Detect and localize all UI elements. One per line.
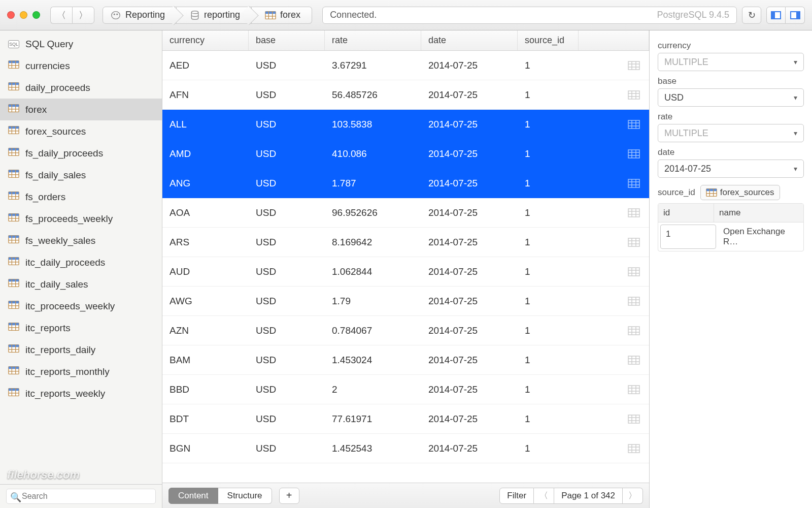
cell-source: 1 (518, 404, 579, 433)
prev-page-button[interactable]: 〈 (534, 488, 554, 504)
row-detail-icon[interactable] (579, 169, 649, 198)
inspector-base-label: base (658, 76, 804, 86)
sidebar-item-currencies[interactable]: currencies (0, 55, 162, 77)
sidebar-item-fs_daily_sales[interactable]: fs_daily_sales (0, 164, 162, 186)
table-row[interactable]: ARS USD 8.169642 2014-07-25 1 (162, 228, 649, 257)
breadcrumb-server[interactable]: Reporting (103, 7, 177, 24)
cell-source: 1 (518, 198, 579, 227)
table-row[interactable]: AWG USD 1.79 2014-07-25 1 (162, 287, 649, 316)
inspector-base-select[interactable]: USD ▾ (658, 88, 804, 107)
toggle-right-panel-button[interactable] (786, 7, 805, 24)
cell-base: USD (249, 375, 325, 404)
tab-structure[interactable]: Structure (218, 488, 272, 504)
row-detail-icon[interactable] (579, 228, 649, 257)
svg-rect-119 (628, 238, 639, 246)
sidebar-item-fs_orders[interactable]: fs_orders (0, 186, 162, 208)
column-header-date[interactable]: date (421, 30, 518, 50)
sidebar-sql-query[interactable]: SQL SQL Query (0, 34, 162, 55)
filter-button[interactable]: Filter (499, 488, 534, 504)
inspector-source-row[interactable]: 1 Open Exchange R… (658, 223, 803, 251)
inspector-currency-select[interactable]: MULTIPLE ▾ (658, 53, 804, 71)
cell-rate: 1.062844 (325, 257, 421, 286)
cell-currency: AUD (162, 257, 249, 286)
row-detail-icon[interactable] (579, 434, 649, 463)
table-row[interactable]: ANG USD 1.787 2014-07-25 1 (162, 169, 649, 198)
row-detail-icon[interactable] (579, 404, 649, 433)
inspector-source-chip[interactable]: forex_sources (700, 185, 780, 200)
sidebar-item-fs_weekly_sales[interactable]: fs_weekly_sales (0, 230, 162, 251)
sidebar-item-forex[interactable]: forex (0, 99, 162, 120)
row-detail-icon[interactable] (579, 316, 649, 345)
left-panel-icon (771, 11, 781, 19)
sidebar-item-fs_proceeds_weekly[interactable]: fs_proceeds_weekly (0, 208, 162, 230)
table-row[interactable]: BGN USD 1.452543 2014-07-25 1 (162, 434, 649, 463)
sql-icon: SQL (8, 40, 19, 48)
table-row[interactable]: AZN USD 0.784067 2014-07-25 1 (162, 316, 649, 345)
toggle-left-panel-button[interactable] (766, 7, 786, 24)
sidebar-item-itc_reports[interactable]: itc_reports (0, 317, 162, 339)
inspector-rate-select[interactable]: MULTIPLE ▾ (658, 124, 804, 142)
sidebar-item-itc_reports_daily[interactable]: itc_reports_daily (0, 339, 162, 361)
row-detail-icon[interactable] (579, 257, 649, 286)
refresh-button[interactable]: ↻ (742, 7, 761, 24)
sidebar-item-daily_proceeds[interactable]: daily_proceeds (0, 77, 162, 99)
back-button[interactable]: 〈 (50, 7, 72, 24)
column-header-base[interactable]: base (249, 30, 325, 50)
table-row[interactable]: BDT USD 77.61971 2014-07-25 1 (162, 404, 649, 434)
add-row-button[interactable]: + (279, 488, 299, 504)
next-page-button[interactable]: 〉 (623, 488, 643, 504)
toolbar: 〈 〉 Reporting reporting forex Connected.… (0, 0, 812, 30)
breadcrumb-database[interactable]: reporting (177, 7, 252, 24)
sidebar-item-itc_reports_monthly[interactable]: itc_reports_monthly (0, 361, 162, 383)
row-detail-icon[interactable] (579, 375, 649, 404)
tab-content[interactable]: Content (168, 488, 218, 504)
sidebar-item-label: fs_weekly_sales (25, 235, 95, 246)
minimize-window-button[interactable] (20, 11, 27, 19)
row-detail-icon[interactable] (579, 51, 649, 80)
table-row[interactable]: AFN USD 56.485726 2014-07-25 1 (162, 80, 649, 110)
search-input[interactable] (6, 489, 156, 504)
inspector-source-col-id[interactable]: id (658, 204, 714, 222)
table-row[interactable]: BBD USD 2 2014-07-25 1 (162, 375, 649, 404)
breadcrumb-table[interactable]: forex (252, 7, 312, 24)
sidebar-item-itc_reports_weekly[interactable]: itc_reports_weekly (0, 383, 162, 404)
table-row[interactable]: AMD USD 410.086 2014-07-25 1 (162, 139, 649, 169)
row-detail-icon[interactable] (579, 198, 649, 227)
column-header-currency[interactable]: currency (162, 30, 249, 50)
table-icon (8, 235, 19, 246)
cell-currency: AED (162, 51, 249, 80)
sidebar-item-itc_daily_sales[interactable]: itc_daily_sales (0, 273, 162, 295)
table-row[interactable]: ALL USD 103.5838 2014-07-25 1 (162, 110, 649, 139)
cell-currency: ARS (162, 228, 249, 257)
row-detail-icon[interactable] (579, 287, 649, 315)
row-detail-icon[interactable] (579, 345, 649, 374)
row-detail-icon[interactable] (579, 139, 649, 168)
row-detail-icon[interactable] (579, 80, 649, 109)
column-header-source[interactable]: source_id (518, 30, 579, 50)
sidebar-item-forex_sources[interactable]: forex_sources (0, 120, 162, 142)
close-window-button[interactable] (7, 11, 15, 19)
inspector-date-select[interactable]: 2014-07-25 ▾ (658, 160, 804, 178)
sidebar-item-itc_proceeds_weekly[interactable]: itc_proceeds_weekly (0, 295, 162, 317)
column-header-rate[interactable]: rate (325, 30, 421, 50)
cell-date: 2014-07-25 (421, 139, 518, 168)
sidebar-item-itc_daily_proceeds[interactable]: itc_daily_proceeds (0, 251, 162, 273)
cell-date: 2014-07-25 (421, 434, 518, 463)
inspector-currency-value: MULTIPLE (664, 57, 708, 68)
table-row[interactable]: AUD USD 1.062844 2014-07-25 1 (162, 257, 649, 287)
page-indicator[interactable]: Page 1 of 342 (554, 488, 623, 504)
row-detail-icon[interactable] (579, 110, 649, 139)
sidebar-item-fs_daily_proceeds[interactable]: fs_daily_proceeds (0, 142, 162, 164)
cell-base: USD (249, 169, 325, 198)
inspector-date-label: date (658, 147, 804, 157)
cell-currency: ALL (162, 110, 249, 139)
table-row[interactable]: BAM USD 1.453024 2014-07-25 1 (162, 345, 649, 375)
table-row[interactable]: AED USD 3.67291 2014-07-25 1 (162, 51, 649, 80)
forward-button[interactable]: 〉 (72, 7, 94, 24)
table-row[interactable]: AOA USD 96.952626 2014-07-25 1 (162, 198, 649, 228)
inspector-source-col-name[interactable]: name (714, 204, 803, 222)
svg-point-2 (117, 14, 118, 15)
zoom-window-button[interactable] (32, 11, 40, 19)
cell-date: 2014-07-25 (421, 257, 518, 286)
cell-currency: BAM (162, 345, 249, 374)
